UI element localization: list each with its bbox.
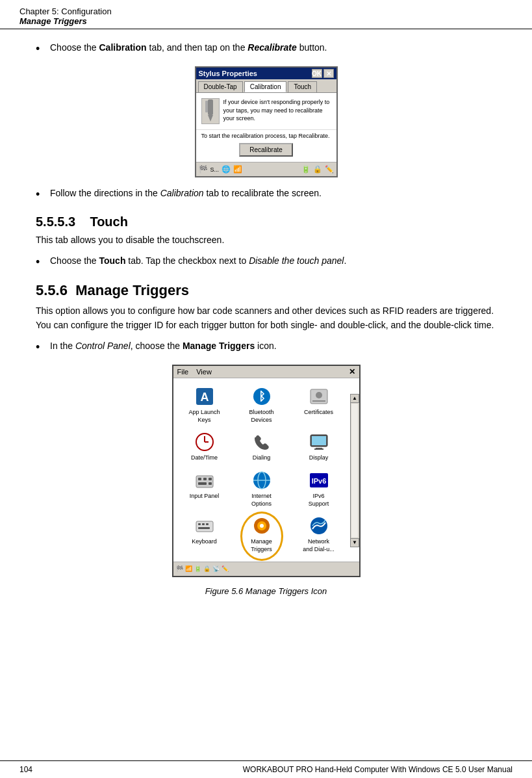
cp-footer-icon4: 🔒	[203, 565, 210, 572]
bullet-dot-cp: •	[36, 339, 50, 356]
page-footer: 104 WORKABOUT PRO Hand-Held Computer Wit…	[0, 760, 532, 778]
ipv6-support-icon: IPv6	[309, 470, 329, 491]
svg-rect-14	[312, 436, 326, 445]
section-556-title: Manage Triggers	[75, 282, 189, 298]
stylus-dialog: Stylus Properties OK ✕ Double-Tap Calibr…	[195, 66, 338, 177]
bullet-touch: • Choose the Touch tab. Tap the checkbox…	[36, 254, 496, 270]
stylus-icon	[201, 98, 220, 124]
cp-item-input-panel[interactable]: Input Panel	[176, 466, 233, 512]
bold-manage-triggers: Manage Triggers	[183, 341, 255, 351]
tab-doubletap[interactable]: Double-Tap	[198, 81, 243, 92]
svg-rect-2	[205, 101, 208, 112]
cp-item-app-launch-keys[interactable]: A App LaunchKeys	[176, 382, 233, 428]
cp-item-dialing[interactable]: Dialing	[233, 428, 290, 466]
cp-footer-icon5: 📡	[212, 565, 220, 572]
menu-view[interactable]: View	[196, 368, 212, 376]
cp-footer: 🏁 📶 🔋 🔒 📡 ✏️	[173, 562, 359, 576]
section-553-number: 5.5.5.3	[36, 214, 75, 229]
certificates-label: Certificates	[304, 409, 333, 417]
main-content: • Choose the Calibration tab, and then t…	[0, 29, 532, 608]
bold-italic-recalibrate: Recalibrate	[247, 42, 296, 53]
cp-item-datetime[interactable]: Date/Time	[176, 428, 233, 466]
cp-footer-icon2: 📶	[185, 565, 192, 572]
cp-item-internet-options[interactable]: InternetOptions	[233, 466, 290, 512]
manage-triggers-label: ManageTriggers	[251, 538, 272, 553]
control-panel-screenshot-wrapper: File View ✕ A App LaunchKeys	[36, 365, 496, 577]
cp-item-certificates[interactable]: Certificates	[290, 382, 348, 428]
footer-manual-text: WORKABOUT PRO Hand-Held Computer With Wi…	[243, 765, 513, 774]
italic-calibration: Calibration	[160, 188, 204, 198]
menu-file[interactable]: File	[177, 368, 189, 376]
close-button[interactable]: ✕	[323, 69, 334, 78]
svg-rect-30	[206, 523, 209, 525]
footer-icon2: 🌐	[222, 165, 231, 174]
stylus-body: If your device isn't responding properly…	[196, 93, 336, 129]
svg-rect-0	[208, 99, 213, 115]
cp-item-network[interactable]: Networkand Dial-u...	[290, 512, 348, 557]
dialing-label: Dialing	[253, 454, 271, 462]
cp-menus: File View	[177, 368, 212, 376]
section-556-para1: This option allows you to configure how …	[36, 304, 496, 332]
cp-scrollbar: ▲ ▼	[350, 394, 359, 547]
bullet-text-touch: Choose the Touch tab. Tap the checkbox n…	[50, 254, 346, 270]
cp-item-bluetooth-devices[interactable]: ᛒ BluetoothDevices	[233, 382, 290, 428]
stylus-title: Stylus Properties	[199, 70, 257, 77]
cp-content-area: A App LaunchKeys ᛒ BluetoothDevices	[173, 378, 359, 562]
section-556-number: 5.5.6	[36, 282, 68, 298]
input-panel-icon	[194, 470, 215, 491]
footer-text1: S...	[210, 166, 220, 173]
svg-rect-27	[196, 521, 213, 532]
bullet-dot-touch: •	[36, 254, 50, 270]
stylus-svg	[203, 99, 218, 123]
svg-rect-20	[198, 482, 207, 485]
recal-instruction: To start the recalibration process, tap …	[201, 133, 331, 139]
bullet-calibration: • Choose the Calibration tab, and then t…	[36, 41, 496, 57]
cp-item-ipv6-support[interactable]: IPv6 IPv6Support	[290, 466, 348, 512]
scroll-down-button[interactable]: ▼	[350, 538, 359, 547]
stylus-footer: 🏁 S... 🌐 📶 🔋 🔒 ✏️	[196, 162, 336, 176]
recalibrate-button[interactable]: Recalibrate	[239, 143, 293, 157]
cp-item-manage-triggers[interactable]: ManageTriggers	[233, 512, 290, 557]
scroll-track	[351, 404, 358, 538]
bullet-follow: • Follow the directions in the Calibrati…	[36, 187, 496, 203]
datetime-label: Date/Time	[191, 454, 218, 462]
cp-item-keyboard[interactable]: Keyboard	[176, 512, 233, 557]
cp-start-icon: 🏁	[176, 565, 183, 572]
dialing-icon	[251, 432, 272, 452]
bullet-dot-1: •	[36, 41, 50, 57]
datetime-icon	[194, 432, 215, 452]
ok-button[interactable]: OK	[312, 69, 322, 78]
cp-item-display[interactable]: Display	[290, 428, 348, 466]
ipv6-support-label: IPv6Support	[309, 493, 329, 508]
scroll-up-button[interactable]: ▲	[350, 394, 359, 403]
keyboard-icon	[194, 515, 215, 536]
stylus-recal-section: To start the recalibration process, tap …	[196, 129, 336, 162]
network-icon	[309, 515, 329, 536]
cp-close-button[interactable]: ✕	[349, 367, 355, 376]
bullet-text-cp: In the Control Panel, choose the Manage …	[50, 339, 277, 356]
svg-rect-18	[203, 478, 207, 480]
tab-calibration[interactable]: Calibration	[244, 81, 287, 92]
input-panel-label: Input Panel	[190, 493, 220, 500]
bluetooth-devices-icon: ᛒ	[251, 386, 272, 407]
bullet-control-panel: • In the Control Panel, choose the Manag…	[36, 339, 496, 356]
svg-rect-31	[198, 527, 210, 529]
section-label: Manage Triggers	[19, 16, 513, 26]
svg-rect-9	[312, 400, 325, 402]
network-label: Networkand Dial-u...	[303, 538, 335, 553]
manage-triggers-icon	[251, 515, 272, 536]
section-553-title: Touch	[90, 214, 128, 229]
footer-icon6: ✏️	[325, 165, 334, 174]
bullet-text-2: Follow the directions in the Calibration…	[50, 187, 322, 203]
svg-point-34	[260, 524, 264, 528]
display-icon	[309, 432, 329, 452]
cp-icon-grid: A App LaunchKeys ᛒ BluetoothDevices	[173, 378, 359, 562]
svg-point-8	[316, 392, 322, 398]
app-launch-keys-label: App LaunchKeys	[188, 409, 220, 424]
bluetooth-devices-label: BluetoothDevices	[249, 409, 273, 424]
svg-text:ᛒ: ᛒ	[258, 390, 265, 403]
cp-footer-icon6: ✏️	[222, 565, 229, 572]
figure-caption: Figure 5.6 Manage Triggers Icon	[36, 586, 496, 596]
tab-touch[interactable]: Touch	[288, 81, 317, 92]
svg-rect-19	[209, 478, 212, 480]
